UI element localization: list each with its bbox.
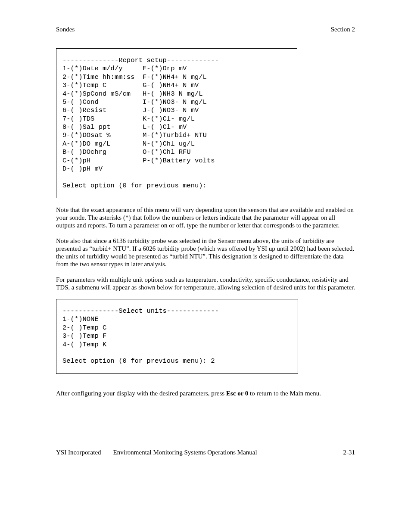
para4-before: After configuring your display with the … xyxy=(56,390,226,397)
page-footer: YSI Incorporated Environmental Monitorin… xyxy=(56,449,355,456)
page-header: Sondes Section 2 xyxy=(56,26,355,33)
header-right: Section 2 xyxy=(331,26,355,33)
header-left: Sondes xyxy=(56,26,75,33)
report-setup-menu: --------------Report setup------------- … xyxy=(56,48,297,198)
select-units-menu: --------------Select units------------- … xyxy=(56,299,298,374)
body-paragraph-1: Note that the exact appearance of this m… xyxy=(56,206,355,229)
para4-bold: Esc or 0 xyxy=(226,390,248,397)
footer-center: Environmental Monitoring Systems Operati… xyxy=(101,449,343,456)
para4-after: to return to the Main menu. xyxy=(248,390,321,397)
footer-page-number: 2-31 xyxy=(343,449,355,456)
body-paragraph-3: For parameters with multiple unit option… xyxy=(56,276,355,291)
body-paragraph-4: After configuring your display with the … xyxy=(56,389,355,397)
footer-left: YSI Incorporated xyxy=(56,449,101,456)
body-paragraph-2: Note also that since a 6136 turbidity pr… xyxy=(56,237,355,268)
